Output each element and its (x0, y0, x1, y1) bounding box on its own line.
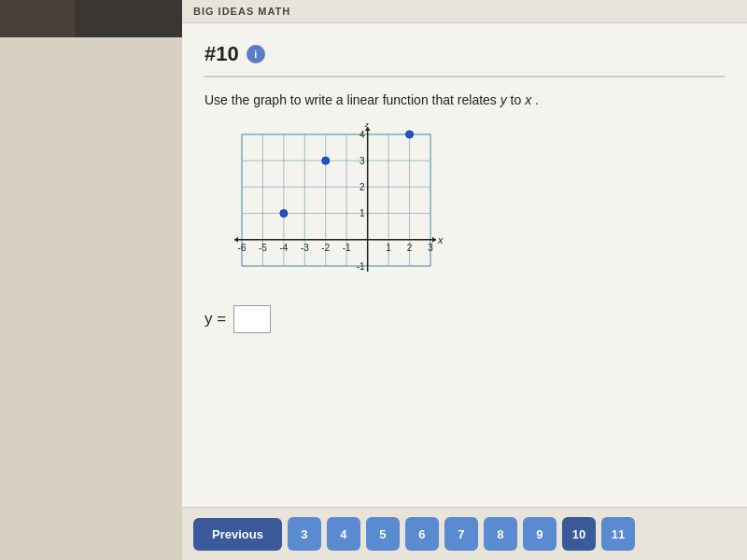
page-button-4[interactable]: 4 (327, 517, 360, 551)
graph-canvas (204, 123, 447, 287)
page-button-6[interactable]: 6 (405, 517, 439, 551)
page-button-3[interactable]: 3 (288, 517, 321, 551)
question-number-row: #10 i (204, 42, 725, 66)
question-text: Use the graph to write a linear function… (204, 91, 725, 110)
app-title: BIG IDEAS MATH (193, 6, 290, 17)
answer-area: y = (204, 305, 725, 333)
page-button-10[interactable]: 10 (562, 517, 596, 551)
left-paper (0, 37, 182, 560)
content-area: #10 i Use the graph to write a linear fu… (182, 23, 747, 507)
answer-input[interactable] (233, 305, 271, 333)
graph-container (204, 123, 725, 287)
page-button-11[interactable]: 11 (601, 517, 635, 551)
page-button-9[interactable]: 9 (523, 517, 557, 551)
answer-label: y = (204, 310, 226, 329)
previous-button[interactable]: Previous (193, 518, 282, 551)
header-bar: BIG IDEAS MATH (182, 0, 747, 23)
navigation-bar: Previous 3 4 5 6 7 8 9 10 11 (182, 507, 747, 560)
info-badge[interactable]: i (247, 45, 265, 63)
page-button-5[interactable]: 5 (366, 517, 400, 551)
question-number: #10 (204, 42, 239, 66)
page-button-7[interactable]: 7 (444, 517, 478, 551)
divider (204, 76, 725, 77)
page-button-8[interactable]: 8 (484, 517, 517, 551)
main-content: BIG IDEAS MATH #10 i Use the graph to wr… (182, 0, 747, 560)
graph-wrapper (204, 123, 447, 287)
